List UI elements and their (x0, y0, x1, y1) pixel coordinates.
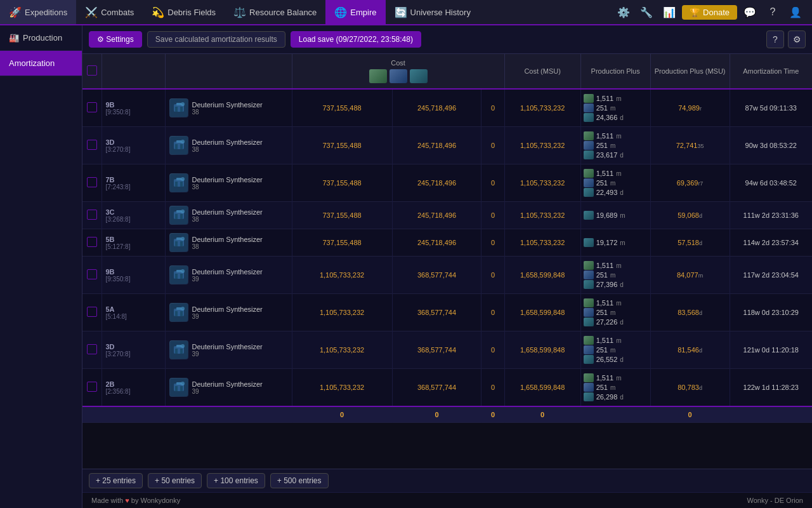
spreadsheet-button[interactable]: 📊 (659, 2, 679, 22)
toolbar-right: ? ⚙ (766, 30, 806, 48)
row-cost1: 737,155,488 (292, 229, 392, 257)
save-results-button[interactable]: Save calculated amortization results (147, 31, 285, 48)
prod-suffix-metal: m (616, 133, 621, 140)
prod-val-crystal: 251 (596, 384, 608, 391)
row-checkbox-cell[interactable] (82, 229, 102, 257)
building-icon (169, 173, 188, 192)
settings-button[interactable]: ⚙ Settings (89, 31, 142, 48)
row-checkbox-cell[interactable] (82, 127, 102, 164)
building-info: Deuterium Synthesizer 38 (192, 101, 263, 116)
row-location: 5B [5:127:8] (102, 229, 165, 257)
row-checkbox[interactable] (87, 237, 97, 247)
load-save-button[interactable]: Load save (09/27/2022, 23:58:48) (291, 31, 421, 48)
svg-rect-51 (175, 386, 178, 391)
row-cost1: 1,105,733,232 (292, 369, 392, 407)
row-cost1: 737,155,488 (292, 164, 392, 202)
building-level: 38 (192, 243, 263, 250)
row-checkbox-cell[interactable] (82, 89, 102, 127)
toolbar-config-button[interactable]: ⚙ (788, 30, 806, 48)
sidebar-item-production[interactable]: 🏭 Production (0, 25, 82, 51)
prod-val-single: 19,172 (596, 239, 618, 246)
row-checkbox-cell[interactable] (82, 369, 102, 407)
nav-debris[interactable]: 💫 Debris Fields (143, 0, 225, 24)
row-checkbox[interactable] (87, 382, 97, 392)
prod-val-deut: 24,366 (596, 114, 618, 121)
svg-rect-28 (180, 241, 183, 246)
totals-prod-plus-msu: 0 (650, 406, 730, 423)
table-wrapper[interactable]: Cost Cost (MSU) (82, 54, 812, 469)
nav-debris-label: Debris Fields (167, 8, 216, 17)
sidebar-item-amortization[interactable]: Amortization (0, 51, 82, 76)
user-button[interactable]: 👤 (785, 2, 806, 22)
row-checkbox-cell[interactable] (82, 164, 102, 202)
select-all-checkbox[interactable] (87, 65, 97, 76)
row-checkbox-cell[interactable] (82, 202, 102, 229)
table-row: 9B [9:350:8] Deuterium Synthesizer (82, 89, 812, 127)
prod-val-crystal: 251 (596, 309, 608, 316)
content-area: ⚙ Settings Save calculated amortization … (82, 25, 812, 508)
row-checkbox-cell[interactable] (82, 257, 102, 294)
prod-row-deut: 24,366 d (584, 113, 646, 122)
building-name: Deuterium Synthesizer (192, 236, 263, 243)
nav-combats[interactable]: ⚔️ Combats (76, 0, 143, 24)
row-cost3: 0 (481, 164, 504, 202)
svg-rect-27 (175, 241, 178, 246)
toolbar-help-button[interactable]: ? (766, 30, 784, 48)
svg-rect-45 (175, 349, 178, 354)
prod-suffix-single: m (620, 212, 625, 219)
deut-prod-icon (584, 355, 594, 364)
row-cost2: 245,718,496 (392, 89, 481, 127)
row-checkbox[interactable] (87, 307, 97, 317)
nav-expeditions[interactable]: 🚀 Expeditions (0, 0, 76, 24)
load-50-button[interactable]: + 50 entries (148, 473, 202, 488)
donate-button[interactable]: 🏆 Donate (682, 5, 737, 20)
help-button[interactable]: ? (763, 2, 783, 22)
location-pos: [3:268:8] (106, 216, 161, 223)
th-amort-time: Amortization Time (730, 54, 812, 89)
row-amort-time: 121w 0d 11:20:18 (730, 331, 812, 369)
tools-button[interactable]: 🔧 (636, 2, 657, 22)
load-500-button[interactable]: + 500 entries (270, 473, 329, 488)
row-cost-msu: 1,105,733,232 (504, 202, 580, 229)
nav-empire[interactable]: 🌐 Empire (325, 0, 385, 24)
load-100-button[interactable]: + 100 entries (207, 473, 265, 488)
resource-icons-header (369, 69, 428, 83)
prod-row-metal: 1,511 m (584, 336, 646, 345)
prod-row-crystal: 251 m (584, 308, 646, 317)
discord-button[interactable]: 💬 (740, 2, 760, 22)
svg-rect-50 (176, 382, 181, 385)
row-checkbox[interactable] (87, 102, 97, 112)
row-amort-time: 111w 2d 23:31:36 (730, 202, 812, 229)
prod-val-deut: 27,226 (596, 318, 618, 326)
settings-button[interactable]: ⚙️ (613, 2, 634, 22)
load-25-button[interactable]: + 25 entries (89, 473, 143, 488)
th-select-all[interactable] (82, 54, 102, 89)
nav-universe-history[interactable]: 🔄 Universe History (386, 0, 480, 24)
row-cost3: 0 (481, 89, 504, 127)
row-checkbox[interactable] (87, 140, 97, 150)
row-checkbox-cell[interactable] (82, 331, 102, 369)
deut-icon-header (410, 69, 428, 83)
debris-icon: 💫 (152, 6, 164, 18)
row-checkbox[interactable] (87, 210, 97, 220)
svg-rect-34 (180, 274, 183, 279)
building-cell: Deuterium Synthesizer 39 (169, 265, 288, 284)
row-checkbox[interactable] (87, 344, 97, 354)
building-info: Deuterium Synthesizer 38 (192, 176, 263, 190)
row-amort-time: 118w 0d 23:10:29 (730, 294, 812, 331)
building-info: Deuterium Synthesizer 39 (192, 380, 263, 395)
prod-val-deut: 26,552 (596, 356, 618, 363)
nav-combats-label: Combats (101, 8, 134, 17)
row-cost3: 0 (481, 257, 504, 294)
row-checkbox[interactable] (87, 177, 97, 187)
svg-rect-14 (176, 178, 181, 180)
row-building: Deuterium Synthesizer 38 (165, 202, 292, 229)
location-pos: [7:243:8] (106, 184, 161, 190)
prod-row-crystal: 251 m (584, 141, 646, 150)
nav-resource-balance[interactable]: ⚖️ Resource Balance (225, 0, 325, 24)
svg-rect-8 (176, 140, 181, 143)
row-checkbox-cell[interactable] (82, 294, 102, 331)
building-icon (169, 340, 188, 359)
row-checkbox[interactable] (87, 269, 97, 279)
prod-val-metal: 1,511 (596, 262, 614, 269)
